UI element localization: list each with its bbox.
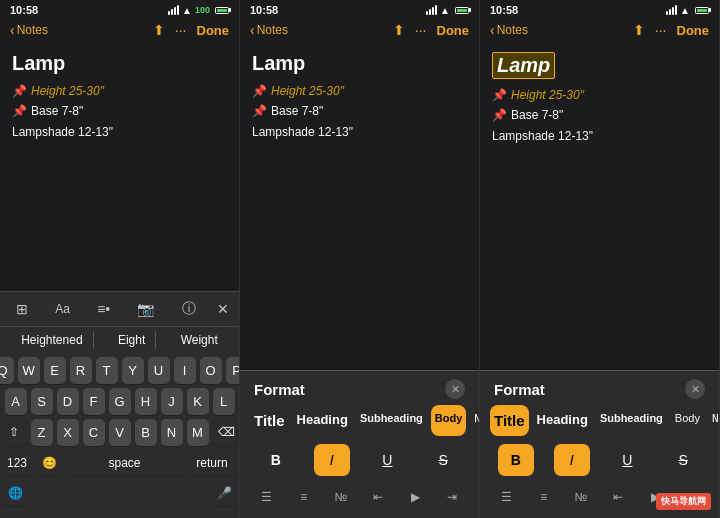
chevron-left-icon-2: ‹ xyxy=(250,22,255,38)
deco-italic-3[interactable]: I xyxy=(554,444,590,476)
watermark: 快马导航网 xyxy=(656,493,711,510)
done-button-2[interactable]: Done xyxy=(437,23,470,38)
status-time-3: 10:58 xyxy=(490,4,518,16)
style-heading-2[interactable]: Heading xyxy=(293,405,352,436)
note-title-2[interactable]: Lamp xyxy=(252,52,467,75)
signal-icon-3 xyxy=(666,5,677,15)
style-mono-3[interactable]: N xyxy=(708,405,719,436)
key-q[interactable]: Q xyxy=(0,357,14,384)
back-button-2[interactable]: ‹ Notes xyxy=(250,22,288,38)
key-v[interactable]: V xyxy=(109,419,131,446)
list-number-2[interactable]: № xyxy=(326,484,356,510)
deco-bold-3[interactable]: B xyxy=(498,444,534,476)
wifi-icon-2: ▲ xyxy=(440,5,450,16)
format-close-button-2[interactable]: ✕ xyxy=(445,379,465,399)
status-icons-2: ▲ xyxy=(426,5,469,16)
style-body-2[interactable]: Body xyxy=(431,405,467,436)
list-dash-3[interactable]: ≡ xyxy=(529,484,559,510)
list-dash-2[interactable]: ≡ xyxy=(289,484,319,510)
key-w[interactable]: W xyxy=(18,357,40,384)
key-mic[interactable]: 🎤 xyxy=(211,480,237,506)
key-return[interactable]: return xyxy=(187,450,237,476)
key-x[interactable]: X xyxy=(57,419,79,446)
key-m[interactable]: M xyxy=(187,419,209,446)
key-z[interactable]: Z xyxy=(31,419,53,446)
share-icon-1[interactable]: ⬆ xyxy=(153,22,165,38)
list-indent-right-2[interactable]: ⇥ xyxy=(437,484,467,510)
note-text-2-2: Base 7-8" xyxy=(271,101,323,121)
key-c[interactable]: C xyxy=(83,419,105,446)
autocomplete-word-2[interactable]: Eight xyxy=(108,331,156,349)
key-u[interactable]: U xyxy=(148,357,170,384)
list-indent-left-3[interactable]: ⇤ xyxy=(603,484,633,510)
style-title-3[interactable]: Title xyxy=(490,405,529,436)
key-h[interactable]: H xyxy=(135,388,157,415)
back-button-1[interactable]: ‹ Notes xyxy=(10,22,48,38)
note-body-1: 📌 Height 25-30" 📌 Base 7-8" Lampshade 12… xyxy=(12,81,227,142)
style-heading-3[interactable]: Heading xyxy=(533,405,592,436)
list-indent-left-2[interactable]: ⇤ xyxy=(363,484,393,510)
key-f[interactable]: F xyxy=(83,388,105,415)
deco-underline-2[interactable]: U xyxy=(369,444,405,476)
grid-icon-1[interactable]: ⊞ xyxy=(10,299,34,319)
more-icon-2[interactable]: ··· xyxy=(415,22,427,38)
list-bullet-2[interactable]: ☰ xyxy=(252,484,282,510)
key-j[interactable]: J xyxy=(161,388,183,415)
key-g[interactable]: G xyxy=(109,388,131,415)
share-icon-2[interactable]: ⬆ xyxy=(393,22,405,38)
back-button-3[interactable]: ‹ Notes xyxy=(490,22,528,38)
deco-italic-2[interactable]: I xyxy=(314,444,350,476)
deco-bold-2[interactable]: B xyxy=(258,444,294,476)
key-row-3: ⇧ Z X C V B N M ⌫ xyxy=(2,419,237,446)
key-p[interactable]: P xyxy=(226,357,241,384)
more-icon-3[interactable]: ··· xyxy=(655,22,667,38)
deco-strikethrough-3[interactable]: S xyxy=(665,444,701,476)
key-s[interactable]: S xyxy=(31,388,53,415)
key-emoji[interactable]: 😊 xyxy=(36,450,62,476)
list-play-2[interactable]: ▶ xyxy=(400,484,430,510)
key-o[interactable]: O xyxy=(200,357,222,384)
bullet-icon-1: 📌 xyxy=(12,81,27,101)
note-title-1[interactable]: Lamp xyxy=(12,52,227,75)
key-shift[interactable]: ⇧ xyxy=(1,419,27,446)
autocomplete-word-1[interactable]: Heightened xyxy=(11,331,93,349)
key-d[interactable]: D xyxy=(57,388,79,415)
key-b[interactable]: B xyxy=(135,419,157,446)
key-t[interactable]: T xyxy=(96,357,118,384)
autocomplete-word-3[interactable]: Weight xyxy=(171,331,228,349)
list-number-3[interactable]: № xyxy=(566,484,596,510)
key-i[interactable]: I xyxy=(174,357,196,384)
key-e[interactable]: E xyxy=(44,357,66,384)
deco-underline-3[interactable]: U xyxy=(609,444,645,476)
key-backspace[interactable]: ⌫ xyxy=(213,419,239,446)
nav-actions-2: ⬆ ··· Done xyxy=(393,22,469,38)
note-title-3[interactable]: Lamp xyxy=(492,52,555,79)
done-button-3[interactable]: Done xyxy=(677,23,710,38)
deco-strikethrough-2[interactable]: S xyxy=(425,444,461,476)
list-bullet-3[interactable]: ☰ xyxy=(492,484,522,510)
key-globe[interactable]: 🌐 xyxy=(2,480,28,506)
keyboard-rows-1: Q W E R T Y U I O P A S D F G H J K L xyxy=(0,353,239,518)
key-a[interactable]: A xyxy=(5,388,27,415)
key-l[interactable]: L xyxy=(213,388,235,415)
format-aa-icon-1[interactable]: Aa xyxy=(49,300,76,318)
share-icon-3[interactable]: ⬆ xyxy=(633,22,645,38)
key-k[interactable]: K xyxy=(187,388,209,415)
list-icon-1[interactable]: ≡• xyxy=(91,299,116,319)
camera-icon-1[interactable]: 📷 xyxy=(131,299,160,319)
key-y[interactable]: Y xyxy=(122,357,144,384)
style-mono-2[interactable]: N xyxy=(470,405,479,436)
keyboard-close-icon-1[interactable]: ✕ xyxy=(217,301,229,317)
style-body-3[interactable]: Body xyxy=(671,405,704,436)
style-title-2[interactable]: Title xyxy=(250,405,289,436)
circle-icon-1[interactable]: ⓘ xyxy=(176,298,202,320)
key-space[interactable]: space xyxy=(66,450,183,476)
key-n[interactable]: N xyxy=(161,419,183,446)
style-subheading-2[interactable]: Subheading xyxy=(356,405,427,436)
done-button-1[interactable]: Done xyxy=(197,23,230,38)
format-close-button-3[interactable]: ✕ xyxy=(685,379,705,399)
key-123[interactable]: 123 xyxy=(2,450,32,476)
key-r[interactable]: R xyxy=(70,357,92,384)
style-subheading-3[interactable]: Subheading xyxy=(596,405,667,436)
more-icon-1[interactable]: ··· xyxy=(175,22,187,38)
